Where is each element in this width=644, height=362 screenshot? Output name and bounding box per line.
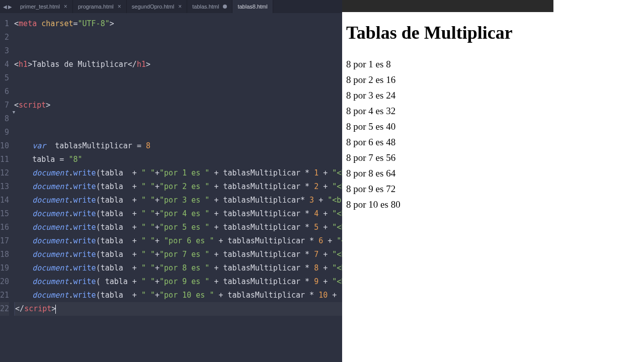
line-number: 13 bbox=[0, 180, 9, 194]
tab-label: tablas.html bbox=[192, 4, 219, 10]
code-line[interactable]: document.write(tabla + " "+"por 5 es " +… bbox=[14, 221, 342, 234]
code-line[interactable]: document.write(tabla + " "+"por 10 es " … bbox=[14, 289, 342, 302]
tab-label: programa.html bbox=[78, 4, 114, 10]
output-line: 8 por 9 es 72 bbox=[346, 181, 640, 197]
output-line: 8 por 3 es 24 bbox=[346, 87, 640, 103]
line-number: 5 bbox=[0, 71, 9, 85]
tab-label: tablas8.html bbox=[237, 4, 267, 10]
line-number: 9 bbox=[0, 126, 9, 139]
code-line[interactable] bbox=[14, 112, 342, 126]
tab-primer_test-html[interactable]: primer_test.html× bbox=[15, 0, 73, 13]
line-number: 3 bbox=[0, 44, 9, 58]
tab-bar: ◀ ▶ primer_test.html×programa.html×segun… bbox=[0, 0, 342, 13]
code-line[interactable] bbox=[14, 44, 342, 58]
code-line[interactable]: document.write(tabla + " "+ "por 6 es " … bbox=[14, 234, 342, 248]
code-line[interactable] bbox=[14, 126, 342, 139]
output-line: 8 por 5 es 40 bbox=[346, 119, 640, 134]
tab-prev-icon[interactable]: ◀ bbox=[3, 4, 7, 10]
output-line: 8 por 10 es 80 bbox=[346, 197, 640, 212]
output-line: 8 por 8 es 64 bbox=[346, 165, 640, 181]
page-heading: Tablas de Multiplicar bbox=[346, 22, 640, 43]
code-line[interactable]: document.write(tabla + " "+"por 7 es " +… bbox=[14, 248, 342, 261]
tab-segundOpro-html[interactable]: segundOpro.html× bbox=[127, 0, 187, 13]
code-line[interactable]: </script> bbox=[14, 302, 342, 316]
close-icon[interactable]: × bbox=[64, 3, 67, 10]
line-number: 4 bbox=[0, 58, 9, 71]
code-editor-pane: ◀ ▶ primer_test.html×programa.html×segun… bbox=[0, 0, 342, 362]
code-line[interactable] bbox=[14, 31, 342, 44]
text-cursor bbox=[55, 305, 56, 314]
code-line[interactable] bbox=[14, 71, 342, 85]
output-line: 8 por 2 es 16 bbox=[346, 72, 640, 87]
line-number: 21 bbox=[0, 289, 9, 302]
tab-programa-html[interactable]: programa.html× bbox=[73, 0, 127, 13]
close-icon[interactable]: × bbox=[178, 3, 182, 10]
tab-nav: ◀ ▶ bbox=[0, 4, 15, 10]
code-line[interactable]: document.write(tabla + " "+"por 1 es " +… bbox=[14, 166, 342, 180]
browser-chrome-bar bbox=[342, 0, 553, 12]
output-line: 8 por 1 es 8 bbox=[346, 56, 640, 72]
line-number: 6 bbox=[0, 85, 9, 99]
line-number: 20 bbox=[0, 275, 9, 289]
output-line: 8 por 6 es 48 bbox=[346, 134, 640, 150]
line-gutter: 123456▼7 8910111213141516171819202122 bbox=[0, 17, 14, 362]
tab-tablas8-html[interactable]: tablas8.html bbox=[232, 0, 273, 13]
line-number: 8 bbox=[0, 112, 9, 126]
output-line: 8 por 4 es 32 bbox=[346, 103, 640, 119]
line-number: 12 bbox=[0, 166, 9, 180]
code-line[interactable]: document.write(tabla + " "+"por 3 es " +… bbox=[14, 194, 342, 207]
code-line[interactable]: <h1>Tablas de Multiplicar</h1> bbox=[14, 58, 342, 71]
output-line: 8 por 7 es 56 bbox=[346, 150, 640, 165]
unsaved-dot-icon bbox=[223, 5, 227, 9]
tab-label: primer_test.html bbox=[20, 4, 60, 10]
code-line[interactable]: <script> bbox=[14, 99, 342, 112]
line-number: 17 bbox=[0, 234, 9, 248]
code-line[interactable]: document.write(tabla + " "+"por 8 es " +… bbox=[14, 261, 342, 275]
line-number: 14 bbox=[0, 194, 9, 207]
line-number: 22 bbox=[0, 302, 9, 316]
tab-next-icon[interactable]: ▶ bbox=[8, 4, 12, 10]
line-number: 16 bbox=[0, 221, 9, 234]
code-line[interactable]: document.write(tabla + " "+"por 2 es " +… bbox=[14, 180, 342, 194]
code-line[interactable]: document.write( tabla + " "+"por 9 es " … bbox=[14, 275, 342, 289]
line-number: 11 bbox=[0, 153, 9, 166]
line-number: 2 bbox=[0, 31, 9, 44]
page-content: Tablas de Multiplicar 8 por 1 es 88 por … bbox=[342, 12, 644, 222]
tab-label: segundOpro.html bbox=[132, 4, 174, 10]
line-number: 18 bbox=[0, 248, 9, 261]
line-number: 15 bbox=[0, 207, 9, 221]
code-line[interactable]: tabla = "8" bbox=[14, 153, 342, 166]
code-area[interactable]: 123456▼7 8910111213141516171819202122 <m… bbox=[0, 13, 342, 362]
line-number: 19 bbox=[0, 261, 9, 275]
code-content[interactable]: <meta charset="UTF-8"><h1>Tablas de Mult… bbox=[14, 17, 342, 362]
code-line[interactable]: var tablasMultiplicar = 8 bbox=[14, 139, 342, 153]
code-line[interactable] bbox=[14, 85, 342, 99]
browser-preview-pane: Tablas de Multiplicar 8 por 1 es 88 por … bbox=[342, 0, 644, 362]
close-icon[interactable]: × bbox=[118, 3, 121, 10]
code-line[interactable]: document.write(tabla + " "+"por 4 es " +… bbox=[14, 207, 342, 221]
line-number: 7 bbox=[0, 99, 9, 112]
line-number: 10 bbox=[0, 139, 9, 153]
code-line[interactable]: <meta charset="UTF-8"> bbox=[14, 17, 342, 31]
tab-tablas-html[interactable]: tablas.html bbox=[187, 0, 232, 13]
line-number: 1 bbox=[0, 17, 9, 31]
